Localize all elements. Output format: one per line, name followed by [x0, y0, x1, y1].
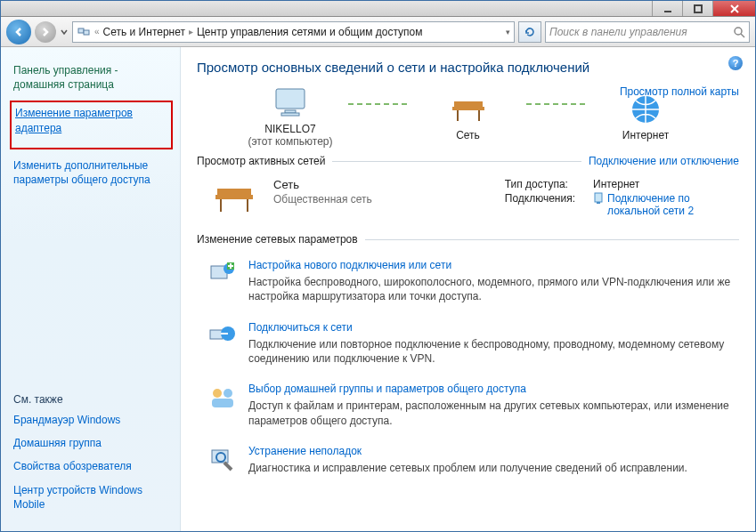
task-troubleshoot-desc: Диагностика и исправление сетевых пробле…	[248, 462, 687, 474]
link-homegroup[interactable]: Домашняя группа	[13, 436, 169, 450]
link-wmc[interactable]: Центр устройств Windows Mobile	[13, 483, 169, 512]
link-full-map[interactable]: Просмотр полной карты	[620, 85, 739, 98]
svg-point-30	[224, 389, 232, 398]
breadcrumb-1[interactable]: Сеть и Интернет	[103, 26, 185, 38]
highlight-box: Изменение параметров адаптера	[10, 101, 173, 149]
active-network-type[interactable]: Общественная сеть	[273, 193, 372, 206]
map-line	[526, 103, 589, 105]
homegroup-icon	[207, 382, 238, 412]
map-inet-name: Интернет	[622, 129, 669, 141]
task-homegroup-title[interactable]: Выбор домашней группы и параметров общег…	[248, 382, 739, 396]
access-type-label: Тип доступа:	[505, 178, 575, 190]
map-pc-sub: (этот компьютер)	[248, 135, 333, 148]
sidebar: Панель управления - домашняя страница Из…	[1, 47, 181, 531]
titlebar	[1, 1, 755, 17]
svg-rect-11	[454, 101, 483, 107]
svg-rect-1	[695, 5, 702, 12]
map-net-name: Сеть	[456, 129, 480, 141]
map-node-pc[interactable]: NIKELLO7 (этот компьютер)	[232, 85, 348, 148]
forward-button[interactable]	[35, 21, 56, 43]
change-head-label: Изменение сетевых параметров	[197, 233, 358, 246]
maximize-button[interactable]	[682, 1, 712, 16]
see-also: См. также Брандмауэр Windows Домашняя гр…	[13, 393, 169, 520]
rule	[365, 239, 739, 240]
svg-point-6	[735, 28, 742, 35]
task-connect[interactable]: Подключиться к сети Подключение или повт…	[197, 313, 739, 375]
svg-point-29	[213, 389, 222, 398]
link-sharing-settings[interactable]: Изменить дополнительные параметры общего…	[13, 158, 169, 187]
section-active-networks: Просмотр активных сетей Подключение или …	[197, 155, 739, 167]
computer-icon	[271, 85, 310, 121]
breadcrumb-sep: «	[94, 27, 100, 36]
svg-rect-5	[84, 30, 89, 35]
svg-rect-20	[595, 193, 602, 202]
network-map: Просмотр полной карты NIKELLO7 (этот ком…	[197, 85, 739, 148]
map-line	[348, 103, 411, 105]
breadcrumb-2[interactable]: Центр управления сетями и общим доступом	[197, 26, 423, 38]
svg-rect-12	[452, 107, 484, 110]
task-homegroup-desc: Доступ к файлам и принтерам, расположенн…	[248, 399, 729, 426]
active-network-mid: Сеть Общественная сеть	[273, 178, 407, 206]
window: « Сеть и Интернет ▸ Центр управления сет…	[0, 0, 756, 532]
task-troubleshoot[interactable]: Устранение неполадок Диагностика и испра…	[197, 437, 739, 484]
svg-rect-4	[78, 28, 84, 33]
task-troubleshoot-title[interactable]: Устранение неполадок	[248, 444, 687, 458]
svg-rect-8	[276, 89, 305, 109]
address-bar[interactable]: « Сеть и Интернет ▸ Центр управления сет…	[72, 21, 515, 43]
map-node-internet[interactable]: Интернет	[588, 92, 703, 141]
task-connect-title[interactable]: Подключиться к сети	[248, 320, 739, 335]
link-firewall[interactable]: Брандмауэр Windows	[13, 413, 169, 427]
troubleshoot-icon	[207, 444, 238, 474]
map-pc-name: NIKELLO7	[264, 123, 315, 135]
active-network-name[interactable]: Сеть	[273, 178, 407, 191]
active-network-details: Тип доступа: Интернет Подключения: Подкл…	[505, 178, 739, 217]
close-button[interactable]	[712, 1, 755, 16]
bench-icon	[449, 92, 488, 127]
search-placeholder: Поиск в панели управления	[549, 26, 687, 38]
bench-icon	[207, 178, 261, 217]
task-connect-desc: Подключение или повторное подключение к …	[248, 338, 724, 365]
svg-rect-16	[217, 189, 251, 195]
refresh-button[interactable]	[518, 21, 541, 43]
address-dropdown-icon[interactable]: ▾	[506, 28, 510, 36]
tasks-list: Настройка нового подключения или сети На…	[197, 251, 739, 484]
page-title: Просмотр основных сведений о сети и наст…	[197, 60, 739, 75]
task-new-connection-desc: Настройка беспроводного, широкополосного…	[248, 276, 730, 302]
link-internet-options[interactable]: Свойства обозревателя	[13, 459, 169, 473]
back-button[interactable]	[6, 20, 31, 44]
svg-rect-27	[210, 330, 223, 339]
connect-icon	[207, 320, 238, 351]
connections-label: Подключения:	[505, 192, 575, 217]
new-connection-icon	[207, 258, 238, 288]
help-icon[interactable]: ?	[728, 56, 743, 70]
svg-rect-10	[281, 113, 299, 116]
see-also-heading: См. также	[13, 393, 169, 406]
nic-icon	[593, 192, 604, 205]
svg-rect-21	[597, 202, 600, 204]
active-network-row: Сеть Общественная сеть Тип доступа: Инте…	[197, 173, 739, 226]
control-panel-home[interactable]: Панель управления - домашняя страница	[13, 63, 169, 92]
connection-link[interactable]: Подключение по локальной сети 2	[607, 192, 732, 217]
task-new-connection[interactable]: Настройка нового подключения или сети На…	[197, 251, 739, 313]
minimize-button[interactable]	[652, 1, 682, 16]
active-head-label: Просмотр активных сетей	[197, 155, 325, 167]
task-new-connection-title[interactable]: Настройка нового подключения или сети	[248, 258, 739, 272]
section-change-settings: Изменение сетевых параметров	[197, 233, 739, 246]
breadcrumb-sep: ▸	[189, 27, 193, 36]
body: Панель управления - домашняя страница Из…	[1, 47, 755, 531]
link-adapter-settings[interactable]: Изменение параметров адаптера	[15, 106, 167, 134]
main: ? Просмотр основных сведений о сети и на…	[181, 47, 755, 531]
task-homegroup[interactable]: Выбор домашней группы и параметров общег…	[197, 375, 739, 437]
svg-rect-17	[215, 195, 253, 199]
nav-history-dropdown[interactable]	[60, 28, 69, 36]
link-connect-disconnect[interactable]: Подключение или отключение	[589, 155, 739, 167]
nav-row: « Сеть и Интернет ▸ Центр управления сет…	[1, 17, 755, 47]
search-icon	[733, 26, 745, 38]
access-type-value: Интернет	[593, 178, 732, 190]
network-icon	[77, 25, 91, 39]
svg-rect-31	[212, 399, 233, 407]
search-box[interactable]: Поиск в панели управления	[545, 21, 750, 43]
rule	[332, 161, 581, 162]
svg-line-7	[741, 34, 744, 37]
map-node-network[interactable]: Сеть	[411, 92, 526, 141]
